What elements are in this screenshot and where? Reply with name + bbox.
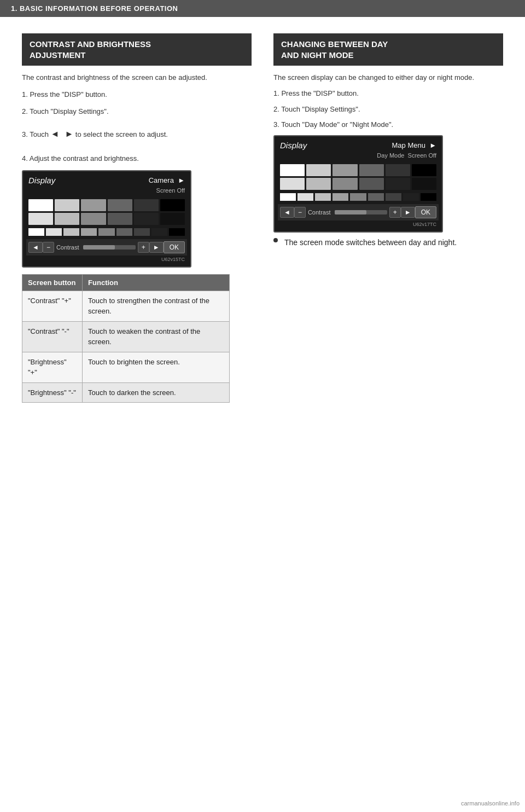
contrast2-right-button[interactable]: ► <box>401 207 415 218</box>
gradient-cell <box>98 228 114 236</box>
contrast-brightness-section: CONTRAST AND BRIGHTNESS ADJUSTMENT The c… <box>22 33 252 403</box>
swatch <box>81 213 106 225</box>
swatch <box>108 213 132 225</box>
display-screen-1: Display Camera ► Screen Off <box>22 170 191 268</box>
contrast-step1: 1. Press the "DISP" button. <box>22 89 252 101</box>
table-cell-function-3: Touch to darken the screen. <box>83 382 230 403</box>
table-cell-button-2: "Brightness" "+" <box>22 352 83 382</box>
screen-ok-button[interactable]: OK <box>164 241 185 253</box>
table-cell-button-0: "Contrast" "+" <box>22 291 83 321</box>
screen-header-2: Display Map Menu ► <box>278 140 439 152</box>
day-night-intro: The screen display can be changed to eit… <box>273 72 503 84</box>
swatch <box>160 213 185 225</box>
swatch <box>359 178 384 190</box>
swatch <box>280 178 305 190</box>
contrast2-slider[interactable] <box>335 210 387 214</box>
contrast-label: Contrast <box>56 244 79 251</box>
display-label-1: Display <box>28 176 55 185</box>
left-arrow-icon: ◄ <box>51 127 60 141</box>
contrast-plus-button[interactable]: + <box>138 242 149 253</box>
day-night-step2: 2. Touch "Display Settings". <box>273 104 503 115</box>
day-night-step1: 1. Press the "DISP" button. <box>273 88 503 100</box>
gradient-cell <box>116 228 132 236</box>
right-arrow-icon: ► <box>65 127 73 141</box>
swatch <box>55 199 79 211</box>
screen-header-1: Display Camera ► <box>26 175 187 187</box>
swatch <box>55 213 79 225</box>
header-title: 1. BASIC INFORMATION BEFORE OPERATION <box>11 4 178 13</box>
gradient-row-2 <box>278 193 439 204</box>
swatch <box>332 164 357 176</box>
table-row: "Brightness" "+" Touch to brighten the s… <box>22 352 230 382</box>
table-row: "Contrast" "+" Touch to strengthen the c… <box>22 291 230 321</box>
day-night-note: The screen mode switches between day and… <box>273 238 503 247</box>
contrast-minus-button[interactable]: − <box>43 242 54 253</box>
display-label-2: Display <box>280 141 307 150</box>
swatch <box>134 199 159 211</box>
swatch <box>306 164 331 176</box>
swatch <box>386 164 410 176</box>
gradient-cell <box>332 193 348 201</box>
gradient-cell <box>28 228 44 236</box>
contrast-left-button[interactable]: ◄ <box>28 242 43 253</box>
screen-subheader-1: Screen Off <box>26 187 187 196</box>
contrast2-label: Contrast <box>308 209 331 216</box>
table-header-button: Screen button <box>22 274 83 291</box>
contrast-step3: 3. Touch ◄ ► to select the screen to adj… <box>22 123 252 148</box>
gradient-cell <box>46 228 62 236</box>
gradient-cell <box>386 193 401 201</box>
contrast-section-title: CONTRAST AND BRIGHTNESS ADJUSTMENT <box>22 33 252 66</box>
day-night-step3: 3. Touch "Day Mode" or "Night Mode". <box>273 119 503 131</box>
screen-subheader-2: Day Mode Screen Off <box>278 152 439 161</box>
contrast-step4: 4. Adjust the contrast and brightness. <box>22 153 252 165</box>
gradient-cell <box>280 193 296 201</box>
table-row: "Contrast" "-" Touch to weaken the contr… <box>22 321 230 352</box>
display-mode-1: Camera ► <box>149 176 185 184</box>
swatch <box>332 178 357 190</box>
swatch <box>386 178 410 190</box>
gradient-cell <box>315 193 331 201</box>
contrast2-minus-button[interactable]: − <box>294 207 306 218</box>
swatch <box>306 178 331 190</box>
table-cell-function-0: Touch to strengthen the contrast of the … <box>83 291 230 321</box>
swatch <box>359 164 384 176</box>
page-header: 1. BASIC INFORMATION BEFORE OPERATION <box>0 0 525 17</box>
screen-code-1: U62v15TC <box>26 256 187 263</box>
function-table: Screen button Function "Contrast" "+" To… <box>22 274 230 403</box>
contrast-intro: The contrast and brightness of the scree… <box>22 72 252 84</box>
swatch <box>134 213 159 225</box>
swatch <box>280 164 305 176</box>
table-row: "Brightness" "-" Touch to darken the scr… <box>22 382 230 403</box>
swatch <box>108 199 132 211</box>
gradient-cell <box>169 228 185 236</box>
gradient-cell <box>368 193 384 201</box>
screen2-ok-button[interactable]: OK <box>415 206 436 218</box>
gradient-row-1 <box>26 228 187 239</box>
swatch <box>28 213 53 225</box>
display-mode-2: Map Menu ► <box>392 141 436 149</box>
table-cell-function-2: Touch to brighten the screen. <box>83 352 230 382</box>
table-cell-button-3: "Brightness" "-" <box>22 382 83 403</box>
contrast2-left-button[interactable]: ◄ <box>280 207 294 218</box>
table-header-function: Function <box>83 274 230 291</box>
screen-code-2: U62v17TC <box>278 221 439 228</box>
screen-controls-2: ◄ − Contrast + ► OK <box>278 204 439 221</box>
contrast-slider[interactable] <box>83 245 135 250</box>
footer-watermark: carmanualsonline.info <box>461 800 520 807</box>
swatch <box>412 178 436 190</box>
top-sections-row: CONTRAST AND BRIGHTNESS ADJUSTMENT The c… <box>22 33 503 403</box>
day-night-section: CHANGING BETWEEN DAY AND NIGHT MODE The … <box>273 33 503 403</box>
gradient-cell <box>134 228 150 236</box>
gradient-cell <box>151 228 167 236</box>
gradient-cell <box>298 193 313 201</box>
color-swatches-1 <box>26 196 187 228</box>
display-screen-2: Display Map Menu ► Day Mode Screen Off <box>273 135 443 233</box>
screen-controls-1: ◄ − Contrast + ► OK <box>26 239 187 256</box>
contrast2-plus-button[interactable]: + <box>389 207 401 218</box>
contrast-right-button[interactable]: ► <box>149 242 164 253</box>
swatch <box>28 199 53 211</box>
table-cell-button-1: "Contrast" "-" <box>22 321 83 352</box>
contrast-step2: 2. Touch "Display Settings". <box>22 106 252 118</box>
gradient-cell <box>81 228 97 236</box>
swatch <box>412 164 436 176</box>
